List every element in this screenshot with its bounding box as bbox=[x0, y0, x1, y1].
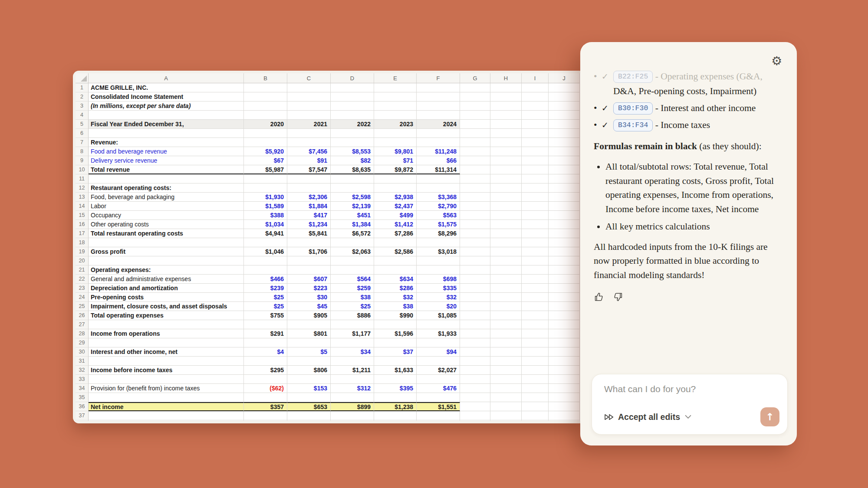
cell-G23[interactable] bbox=[460, 284, 490, 293]
cell-D23[interactable]: $259 bbox=[331, 284, 374, 293]
cell-D3[interactable] bbox=[331, 102, 374, 111]
cell-C24[interactable]: $30 bbox=[287, 293, 331, 302]
cell-F2[interactable] bbox=[417, 92, 460, 102]
cell-I33[interactable] bbox=[522, 375, 549, 384]
cell-E11[interactable] bbox=[374, 174, 417, 183]
column-header-H[interactable]: H bbox=[490, 73, 522, 83]
cell-J24[interactable] bbox=[549, 293, 580, 302]
gear-icon[interactable]: ⚙ bbox=[771, 55, 782, 67]
cell-B20[interactable] bbox=[244, 256, 287, 265]
cell-C20[interactable] bbox=[287, 256, 331, 265]
cell-G38[interactable] bbox=[460, 420, 490, 421]
cell-range-chip[interactable]: B22:F25 bbox=[613, 71, 653, 83]
row-header-10[interactable]: 10 bbox=[76, 165, 89, 174]
cell-A11[interactable] bbox=[89, 174, 244, 183]
cell-G9[interactable] bbox=[460, 156, 490, 165]
send-button[interactable]: ↑ bbox=[760, 407, 779, 426]
cell-F22[interactable]: $698 bbox=[417, 275, 460, 284]
cell-A20[interactable] bbox=[89, 256, 244, 265]
cell-J38[interactable] bbox=[549, 420, 580, 421]
cell-I37[interactable] bbox=[522, 411, 549, 420]
cell-B25[interactable]: $25 bbox=[244, 302, 287, 311]
column-header-F[interactable]: F bbox=[417, 73, 460, 83]
cell-I7[interactable] bbox=[522, 138, 549, 147]
row-header-38[interactable]: 38 bbox=[76, 420, 89, 421]
cell-H14[interactable] bbox=[490, 202, 522, 211]
cell-B34[interactable]: ($62) bbox=[244, 384, 287, 393]
cell-I12[interactable] bbox=[522, 183, 549, 193]
cell-J3[interactable] bbox=[549, 102, 580, 111]
cell-B26[interactable]: $755 bbox=[244, 311, 287, 320]
cell-I15[interactable] bbox=[522, 211, 549, 220]
cell-I28[interactable] bbox=[522, 329, 549, 338]
cell-I36[interactable] bbox=[522, 402, 549, 411]
cell-C23[interactable]: $223 bbox=[287, 284, 331, 293]
cell-E22[interactable]: $634 bbox=[374, 275, 417, 284]
cell-H1[interactable] bbox=[490, 83, 522, 92]
cell-E28[interactable]: $1,596 bbox=[374, 329, 417, 338]
cell-D14[interactable]: $2,139 bbox=[331, 202, 374, 211]
cell-A36[interactable]: Net income bbox=[89, 402, 244, 411]
cell-I13[interactable] bbox=[522, 193, 549, 202]
cell-B14[interactable]: $1,589 bbox=[244, 202, 287, 211]
row-header-28[interactable]: 28 bbox=[76, 329, 89, 338]
cell-H36[interactable] bbox=[490, 402, 522, 411]
cell-H25[interactable] bbox=[490, 302, 522, 311]
column-header-E[interactable]: E bbox=[374, 73, 417, 83]
cell-A7[interactable]: Revenue: bbox=[89, 138, 244, 147]
cell-I34[interactable] bbox=[522, 384, 549, 393]
cell-I2[interactable] bbox=[522, 92, 549, 102]
cell-G10[interactable] bbox=[460, 165, 490, 174]
cell-I32[interactable] bbox=[522, 366, 549, 375]
cell-B2[interactable] bbox=[244, 92, 287, 102]
cell-F6[interactable] bbox=[417, 129, 460, 138]
cell-I26[interactable] bbox=[522, 311, 549, 320]
row-header-24[interactable]: 24 bbox=[76, 293, 89, 302]
cell-A21[interactable]: Operating expenses: bbox=[89, 265, 244, 275]
cell-G2[interactable] bbox=[460, 92, 490, 102]
row-header-12[interactable]: 12 bbox=[76, 183, 89, 193]
chat-input[interactable] bbox=[604, 384, 775, 394]
cell-A2[interactable]: Consolidated Income Statement bbox=[89, 92, 244, 102]
cell-B17[interactable]: $4,941 bbox=[244, 229, 287, 238]
cell-A8[interactable]: Food and beverage revenue bbox=[89, 147, 244, 156]
cell-F29[interactable] bbox=[417, 338, 460, 347]
row-header-23[interactable]: 23 bbox=[76, 284, 89, 293]
cell-E5[interactable]: 2023 bbox=[374, 120, 417, 129]
cell-H18[interactable] bbox=[490, 238, 522, 247]
cell-D9[interactable]: $82 bbox=[331, 156, 374, 165]
cell-G14[interactable] bbox=[460, 202, 490, 211]
cell-B19[interactable]: $1,046 bbox=[244, 247, 287, 256]
cell-I16[interactable] bbox=[522, 220, 549, 229]
cell-J7[interactable] bbox=[549, 138, 580, 147]
row-header-9[interactable]: 9 bbox=[76, 156, 89, 165]
cell-I31[interactable] bbox=[522, 357, 549, 366]
column-header-A[interactable]: A bbox=[89, 73, 244, 83]
column-header-I[interactable]: I bbox=[522, 73, 549, 83]
cell-B24[interactable]: $25 bbox=[244, 293, 287, 302]
cell-E4[interactable] bbox=[374, 111, 417, 120]
cell-B36[interactable]: $357 bbox=[244, 402, 287, 411]
cell-B3[interactable] bbox=[244, 102, 287, 111]
cell-J29[interactable] bbox=[549, 338, 580, 347]
cell-C19[interactable]: $1,706 bbox=[287, 247, 331, 256]
cell-H17[interactable] bbox=[490, 229, 522, 238]
cell-I23[interactable] bbox=[522, 284, 549, 293]
cell-D7[interactable] bbox=[331, 138, 374, 147]
cell-D31[interactable] bbox=[331, 357, 374, 366]
row-header-30[interactable]: 30 bbox=[76, 347, 89, 357]
cell-D21[interactable] bbox=[331, 265, 374, 275]
cell-E15[interactable]: $499 bbox=[374, 211, 417, 220]
cell-H5[interactable] bbox=[490, 120, 522, 129]
cell-A29[interactable] bbox=[89, 338, 244, 347]
cell-F11[interactable] bbox=[417, 174, 460, 183]
cell-G30[interactable] bbox=[460, 347, 490, 357]
cell-I38[interactable] bbox=[522, 420, 549, 421]
cell-H15[interactable] bbox=[490, 211, 522, 220]
cell-A6[interactable] bbox=[89, 129, 244, 138]
cell-C5[interactable]: 2021 bbox=[287, 120, 331, 129]
cell-B11[interactable] bbox=[244, 174, 287, 183]
cell-D38[interactable] bbox=[331, 420, 374, 421]
cell-D20[interactable] bbox=[331, 256, 374, 265]
cell-G28[interactable] bbox=[460, 329, 490, 338]
